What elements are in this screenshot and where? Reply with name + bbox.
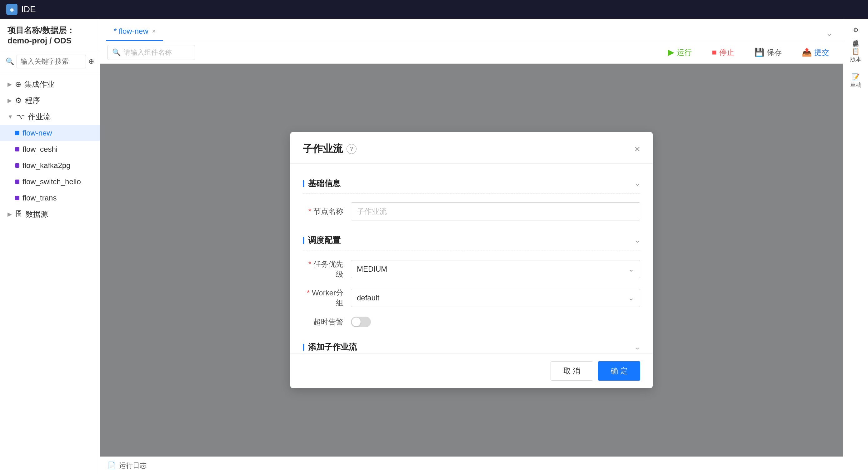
sidebar-item-flow-kafka2pg[interactable]: flow_kafka2pg	[0, 157, 100, 174]
submit-label: 提交	[814, 47, 829, 58]
component-search-container[interactable]: 🔍 请输入组件名称	[107, 45, 195, 60]
section-add-subflow: 添加子作业流 ⌄ 项目 demo-proj ⌄	[303, 337, 640, 353]
form-row-timeout-alert: 超时告警	[303, 317, 640, 327]
toolbar-left: 🔍 请输入组件名称	[107, 45, 195, 60]
right-panel: ⚙ 通用配置 📋 版本 📝 草稿	[843, 19, 868, 474]
search-icon: 🔍	[6, 58, 14, 66]
right-panel-item-draft[interactable]: 📝 草稿	[848, 69, 864, 93]
tab-flow-new[interactable]: * flow-new ×	[106, 23, 163, 41]
form-row-task-priority: 任务优先级 MEDIUM ⌄	[303, 259, 640, 279]
chevron-down-icon: ⌄	[628, 265, 634, 274]
integration-icon: ⊕	[15, 80, 21, 89]
sidebar-tree: ▶ ⊕ 集成作业 ▶ ⚙ 程序 ▼ ⌥ 作业流 flow-new	[0, 73, 100, 474]
toolbar-right: ▶ 运行 ■ 停止 💾 保存 📤 提交	[662, 44, 836, 61]
right-panel-item-version[interactable]: 📋 版本	[848, 43, 864, 67]
timeout-alert-toggle[interactable]	[351, 317, 371, 327]
canvas-area: 子作业流 ? × 基础信息 ⌄	[100, 64, 843, 456]
modal-title-text: 子作业流	[303, 142, 343, 156]
toolbar: 🔍 请输入组件名称 ▶ 运行 ■ 停止 💾 保存 📤	[100, 41, 843, 64]
add-icon[interactable]: ⊕	[88, 58, 94, 66]
run-icon: ▶	[668, 47, 674, 57]
tab-dropdown-button[interactable]: ⌄	[822, 26, 837, 41]
modal-overlay: 子作业流 ? × 基础信息 ⌄	[100, 64, 843, 456]
stop-icon: ■	[712, 47, 717, 57]
run-label: 运行	[677, 47, 692, 58]
run-log-bar: 📄 运行日志	[100, 456, 843, 474]
workflow-icon: ⌥	[16, 112, 25, 121]
confirm-button[interactable]: 确 定	[598, 361, 640, 381]
sidebar-item-flow-trans[interactable]: flow_trans	[0, 190, 100, 206]
draft-label: 草稿	[850, 82, 862, 89]
run-log-icon: 📄	[107, 462, 116, 470]
sidebar-item-label: 作业流	[28, 112, 51, 122]
sidebar-item-label: 数据源	[26, 209, 48, 219]
section-schedule-config: 调度配置 ⌄ 任务优先级 MEDIUM ⌄	[303, 231, 640, 327]
section-add-subflow-header[interactable]: 添加子作业流 ⌄	[303, 337, 640, 353]
cancel-button[interactable]: 取 消	[551, 361, 593, 381]
app-title: IDE	[21, 4, 36, 14]
task-priority-value: MEDIUM	[357, 265, 387, 274]
component-search-placeholder: 请输入组件名称	[124, 48, 172, 57]
section-collapse-icon: ⌄	[634, 343, 640, 351]
search-input[interactable]	[17, 55, 86, 68]
sidebar-item-program[interactable]: ▶ ⚙ 程序	[0, 93, 100, 109]
node-name-input[interactable]	[351, 202, 640, 221]
sidebar-item-label: 集成作业	[24, 79, 54, 89]
form-row-worker-group: Worker分组 default ⌄	[303, 288, 640, 308]
arrow-icon: ▶	[7, 211, 12, 217]
flow-item-label: flow_ceshi	[23, 145, 58, 154]
tab-label: * flow-new	[114, 27, 148, 36]
sidebar-item-flow-new[interactable]: flow-new	[0, 125, 100, 141]
section-add-subflow-title: 添加子作业流	[303, 342, 357, 352]
title-bar: ◈ IDE	[0, 0, 868, 19]
main-layout: 项目名称/数据层：demo-proj / ODS 🔍 ⊕ ▶ ⊕ 集成作业 ▶ …	[0, 19, 868, 474]
submit-button[interactable]: 📤 提交	[796, 44, 836, 61]
flow-item-label: flow_switch_hello	[23, 177, 81, 186]
task-priority-select[interactable]: MEDIUM ⌄	[351, 260, 640, 278]
worker-group-label: Worker分组	[303, 288, 343, 308]
sidebar-item-workflow[interactable]: ▼ ⌥ 作业流	[0, 109, 100, 125]
tab-close-button[interactable]: ×	[152, 28, 156, 35]
arrow-icon: ▼	[7, 114, 13, 120]
worker-group-value: default	[357, 294, 379, 302]
modal-footer: 取 消 确 定	[290, 353, 653, 388]
worker-group-select[interactable]: default ⌄	[351, 289, 640, 307]
version-label: 版本	[850, 56, 862, 63]
submit-icon: 📤	[802, 47, 812, 57]
section-basic-info: 基础信息 ⌄ 节点名称	[303, 174, 640, 221]
tab-bar: * flow-new × ⌄	[100, 19, 843, 41]
sidebar-item-flow-switch-hello[interactable]: flow_switch_hello	[0, 174, 100, 190]
section-collapse-icon: ⌄	[634, 179, 640, 188]
version-icon: 📋	[852, 47, 860, 55]
modal-header: 子作业流 ? ×	[290, 132, 653, 164]
help-icon[interactable]: ?	[346, 144, 356, 154]
draft-icon: 📝	[852, 73, 860, 80]
flow-dot-icon	[15, 179, 19, 184]
sidebar-item-datasource[interactable]: ▶ 🗄 数据源	[0, 206, 100, 222]
stop-button[interactable]: ■ 停止	[706, 44, 741, 61]
datasource-icon: 🗄	[15, 210, 23, 218]
flow-dot-icon	[15, 163, 19, 168]
modal-dialog: 子作业流 ? × 基础信息 ⌄	[290, 132, 653, 388]
save-button[interactable]: 💾 保存	[748, 44, 788, 61]
section-basic-info-title: 基础信息	[303, 178, 341, 189]
flow-dot-icon	[15, 131, 19, 135]
toggle-knob	[352, 317, 361, 326]
section-schedule-config-header[interactable]: 调度配置 ⌄	[303, 231, 640, 250]
modal-close-button[interactable]: ×	[634, 144, 640, 154]
flow-item-label: flow-new	[23, 129, 52, 137]
content-area: * flow-new × ⌄ 🔍 请输入组件名称 ▶ 运行 ■ 停止	[100, 19, 843, 474]
timeout-alert-label: 超时告警	[303, 317, 343, 327]
flow-dot-icon	[15, 147, 19, 151]
task-priority-label: 任务优先级	[303, 259, 343, 279]
save-label: 保存	[767, 47, 782, 58]
save-icon: 💾	[754, 47, 764, 57]
sidebar-item-integration[interactable]: ▶ ⊕ 集成作业	[0, 76, 100, 93]
sidebar-item-flow-ceshi[interactable]: flow_ceshi	[0, 141, 100, 157]
run-button[interactable]: ▶ 运行	[662, 44, 698, 61]
section-basic-info-header[interactable]: 基础信息 ⌄	[303, 174, 640, 194]
flow-dot-icon	[15, 196, 19, 200]
program-icon: ⚙	[15, 96, 22, 105]
chevron-down-icon: ⌄	[628, 294, 634, 302]
right-panel-item-general-config[interactable]: ⚙ 通用配置	[850, 22, 862, 42]
